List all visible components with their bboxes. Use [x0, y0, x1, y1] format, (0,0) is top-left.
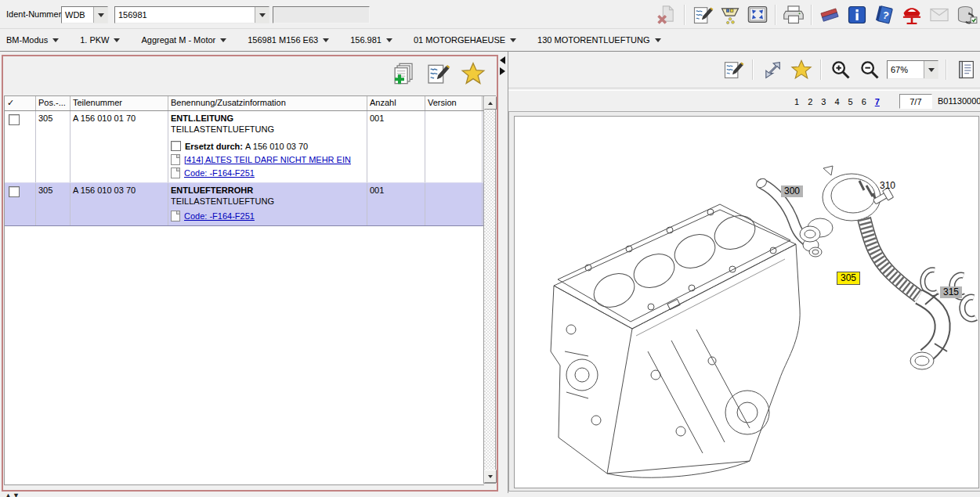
panel-splitter[interactable] — [500, 56, 508, 83]
wdb-select-arrow[interactable] — [93, 7, 107, 23]
page-view-icon[interactable] — [954, 58, 978, 81]
breadcrumb-group[interactable]: 01 MOTORGEHAEUSE — [414, 35, 516, 45]
ident-number-input[interactable] — [115, 9, 255, 21]
row-part-number: A 156 010 03 70 — [71, 183, 168, 225]
eraser-icon[interactable] — [818, 3, 841, 27]
scroll-up-button[interactable] — [484, 96, 497, 110]
add-document-icon[interactable] — [390, 61, 415, 86]
row-pos: 305 — [36, 183, 71, 225]
code-link[interactable]: Code: -F164-F251 — [184, 168, 255, 178]
breadcrumb-model[interactable]: 156981 M156 E63 — [248, 35, 329, 45]
diagram-page[interactable]: 300 310 305 315 — [514, 116, 979, 488]
part-label-310[interactable]: 310 — [877, 180, 899, 192]
arrow-down-icon — [488, 475, 493, 478]
breadcrumb-vehicle-class[interactable]: 1. PKW — [80, 35, 120, 45]
toolbar-divider — [508, 88, 980, 91]
page-link-5[interactable]: 5 — [848, 97, 853, 106]
footnote-link[interactable]: [414] ALTES TEIL DARF NICHT MEHR EIN — [184, 155, 351, 164]
page-link-6[interactable]: 6 — [862, 97, 866, 106]
replaced-by-label: Ersetzt durch: — [185, 142, 243, 151]
document-icon — [171, 167, 180, 178]
part-info: TEILLASTENTLUEFTUNG — [171, 196, 364, 206]
row-checkbox[interactable] — [9, 186, 20, 197]
ident-number-combo[interactable] — [114, 6, 269, 23]
chevron-down-icon — [52, 38, 59, 42]
secondary-ident-field[interactable] — [273, 6, 370, 23]
edit-note-icon[interactable] — [721, 58, 745, 81]
diagram-canvas: 300 310 305 315 — [508, 111, 980, 492]
zoom-level-select[interactable]: 67% — [887, 60, 938, 79]
cancel-document-icon[interactable] — [655, 3, 678, 27]
scroll-down-button[interactable] — [484, 470, 497, 483]
col-header-check[interactable]: ✓ — [5, 96, 36, 110]
row-description: ENTLUEFTERROHR TEILLASTENTLUEFTUNG Code:… — [168, 183, 367, 225]
edit-note-icon[interactable] — [425, 61, 450, 86]
part-name: ENTL.LEITUNG — [171, 113, 364, 123]
print-icon[interactable] — [782, 3, 805, 27]
toolbar-separator — [946, 59, 947, 80]
page-navigation: 1 2 3 4 5 6 7 7/7 — [794, 94, 932, 109]
page-link-current[interactable]: 7 — [875, 97, 880, 106]
chevron-down-icon — [220, 38, 226, 42]
chevron-down-icon — [510, 38, 516, 42]
breadcrumb-engine[interactable]: 156.981 — [350, 35, 392, 45]
toolbar-separator — [752, 59, 754, 80]
page-link-4[interactable]: 4 — [834, 97, 839, 106]
col-header-version[interactable]: Version — [425, 96, 483, 110]
page-link-1[interactable]: 1 — [794, 97, 799, 106]
vehicle-lift-icon[interactable] — [900, 3, 924, 27]
part-label-300[interactable]: 300 — [781, 185, 803, 197]
favorites-star-icon[interactable] — [790, 58, 813, 81]
wdb-select[interactable]: WDB — [61, 6, 108, 23]
collapse-right-icon[interactable] — [500, 67, 505, 75]
row-quantity: 001 — [367, 183, 425, 225]
table-row[interactable]: 305 A 156 010 01 70 ENTL.LEITUNG TEILLAS… — [5, 111, 484, 182]
mail-icon[interactable] — [928, 3, 951, 27]
row-quantity: 001 — [367, 111, 425, 182]
part-name: ENTLUEFTERROHR — [171, 185, 364, 195]
col-header-name[interactable]: Benennung/Zusatzinformation — [168, 96, 367, 110]
info-icon[interactable] — [845, 3, 869, 27]
breadcrumb-bm-modus[interactable]: BM-Modus — [6, 35, 59, 45]
col-header-pos[interactable]: Pos.-... — [36, 96, 71, 110]
zoom-in-icon[interactable] — [829, 58, 852, 81]
row-checkbox[interactable] — [9, 114, 20, 125]
zoom-out-icon[interactable] — [858, 58, 881, 81]
breadcrumb-aggregat[interactable]: Aggregat M - Motor — [141, 35, 226, 45]
engine-diagram — [515, 117, 978, 488]
col-header-quantity[interactable]: Anzahl — [367, 96, 425, 110]
chevron-down-icon — [323, 38, 329, 42]
parts-basket-icon[interactable] — [718, 3, 742, 27]
part-label-315[interactable]: 315 — [940, 286, 962, 298]
breadcrumb-subgroup[interactable]: 130 MOTORENTLUEFTUNG — [537, 35, 660, 45]
zoom-level-value: 67% — [888, 65, 924, 74]
replaced-checkbox[interactable] — [171, 141, 181, 151]
fullscreen-view-icon[interactable] — [746, 3, 769, 27]
part-label-305-selected[interactable]: 305 — [837, 272, 860, 285]
chevron-down-icon — [259, 13, 266, 17]
page-link-2[interactable]: 2 — [808, 97, 812, 106]
parts-table-header: ✓ Pos.-... Teilenummer Benennung/Zusatzi… — [5, 96, 484, 111]
help-book-icon[interactable]: ? — [873, 3, 896, 27]
row-pos: 305 — [36, 111, 71, 182]
wdb-select-value: WDB — [62, 10, 93, 20]
code-link[interactable]: Code: -F164-F251 — [184, 211, 255, 221]
row-version — [425, 111, 483, 182]
ident-number-arrow[interactable] — [255, 7, 269, 23]
toolbar-separator — [684, 5, 685, 25]
pan-view-icon[interactable] — [761, 58, 784, 81]
edit-note-icon[interactable] — [691, 3, 714, 27]
favorites-star-icon[interactable] — [461, 61, 486, 86]
chevron-down-icon — [655, 38, 661, 42]
page-link-3[interactable]: 3 — [821, 97, 826, 106]
data-sync-icon[interactable] — [955, 3, 978, 27]
parts-table-scrollbar[interactable] — [483, 95, 496, 484]
table-row-selected[interactable]: 305 A 156 010 03 70 ENTLUEFTERROHR TEILL… — [5, 182, 484, 226]
collapse-left-icon[interactable] — [500, 56, 505, 64]
zoom-level-arrow[interactable] — [924, 61, 938, 78]
breadcrumb: BM-Modus 1. PKW Aggregat M - Motor 15698… — [0, 29, 980, 52]
document-icon — [171, 154, 180, 165]
col-header-part-number[interactable]: Teilenummer — [71, 96, 168, 110]
viewer-toolbar: 67% — [721, 58, 978, 81]
document-icon — [171, 211, 180, 221]
